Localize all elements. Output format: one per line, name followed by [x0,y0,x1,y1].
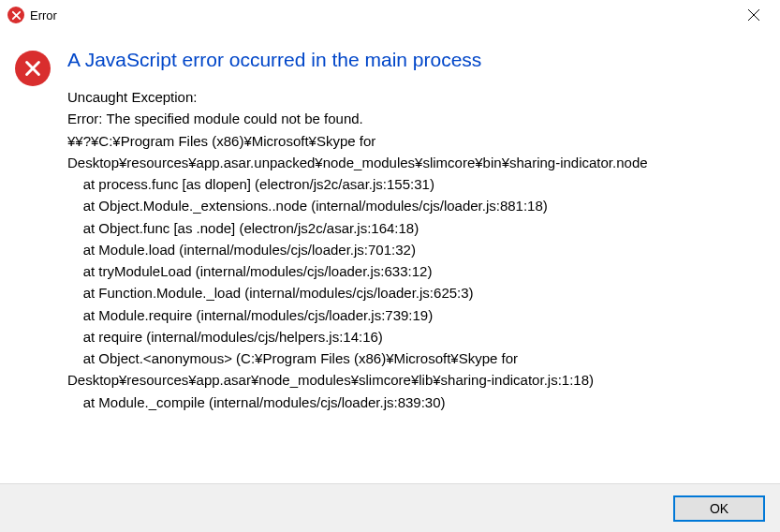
close-icon [747,8,760,22]
dialog-footer: OK [0,483,780,532]
dialog-content: A JavaScript error occurred in the main … [0,30,780,424]
error-icon-small [7,7,24,23]
dialog-body: Uncaught Exception: Error: The specified… [67,86,769,413]
titlebar-left: Error [7,7,57,23]
titlebar: Error [0,0,780,30]
dialog-heading: A JavaScript error occurred in the main … [67,49,769,71]
window-title: Error [30,8,57,22]
error-icon [15,51,51,86]
dialog-text: A JavaScript error occurred in the main … [67,49,769,413]
close-button[interactable] [735,1,773,29]
ok-button[interactable]: OK [673,495,765,522]
